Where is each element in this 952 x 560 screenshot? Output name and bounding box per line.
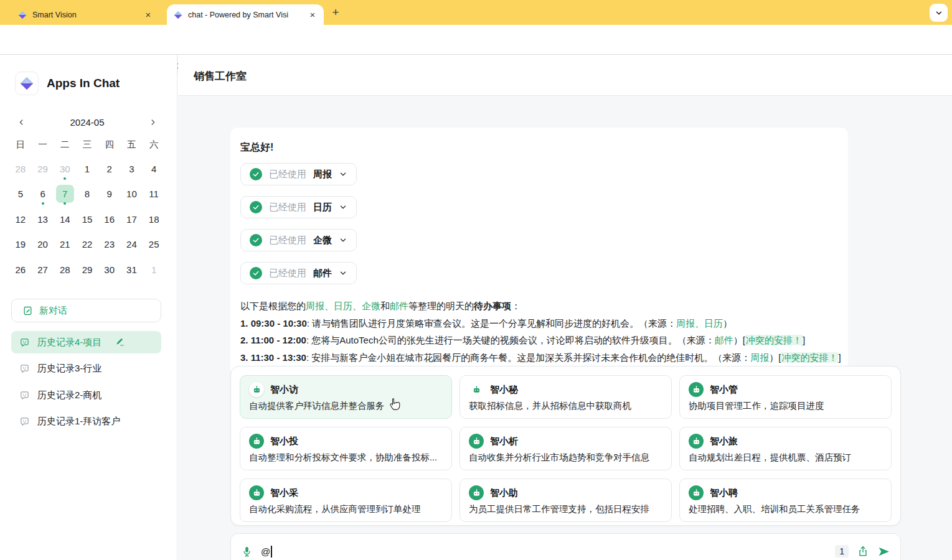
calendar-day[interactable]: 1 <box>76 156 98 182</box>
input-value: @ <box>261 546 270 557</box>
text-segment: 邮件 <box>390 301 408 311</box>
diamond-logo-icon <box>15 72 39 95</box>
calendar-day[interactable]: 13 <box>32 207 54 232</box>
tab-close-icon[interactable]: × <box>143 10 153 20</box>
day-number: 30 <box>100 261 118 279</box>
next-month-icon[interactable] <box>148 117 158 128</box>
upload-icon[interactable] <box>857 545 869 558</box>
used-tool-button[interactable]: 已经使用企微 <box>240 229 357 251</box>
check-circle-icon <box>250 267 262 279</box>
day-number: 16 <box>100 210 118 228</box>
tab-close-icon[interactable]: × <box>308 10 318 20</box>
prev-month-icon[interactable] <box>16 117 27 128</box>
calendar-day[interactable]: 16 <box>98 207 121 232</box>
event-dot <box>64 177 66 180</box>
calendar-day[interactable]: 17 <box>121 207 143 232</box>
tab-search-button[interactable] <box>930 4 948 22</box>
page-title: 销售工作室 <box>194 69 247 83</box>
new-chat-label: 新对话 <box>39 305 67 317</box>
history-item[interactable]: 历史记录3-行业 <box>11 358 161 380</box>
used-tool-button[interactable]: 已经使用周报 <box>240 163 357 185</box>
calendar-day[interactable]: 29 <box>32 156 54 182</box>
day-number: 19 <box>11 235 29 253</box>
mic-icon[interactable] <box>241 546 253 558</box>
calendar-day[interactable]: 5 <box>9 182 32 207</box>
text-segment: 冲突的安排！ <box>781 352 838 363</box>
used-tool-name: 邮件 <box>313 268 332 279</box>
history-list: 历史记录4-项目历史记录3-行业历史记录2-商机历史记录1-拜访客户 <box>11 331 161 437</box>
agent-description: 自动化采购流程，从供应商管理到订单处理 <box>249 503 443 515</box>
chat-bubble-icon <box>19 390 30 401</box>
used-prefix-label: 已经使用 <box>269 169 306 180</box>
chevron-down-icon <box>339 269 347 278</box>
calendar-day[interactable]: 21 <box>54 232 76 258</box>
history-item[interactable]: 历史记录4-项目 <box>11 331 161 353</box>
robot-icon <box>249 382 264 397</box>
agent-card[interactable]: 智小投自动整理和分析投标文件要求，协助准备投标... <box>240 427 452 470</box>
send-icon[interactable] <box>877 545 890 558</box>
history-item[interactable]: 历史记录2-商机 <box>11 384 161 406</box>
agent-card[interactable]: 智小访自动提供客户拜访信息并整合服务 <box>240 375 452 419</box>
agent-card[interactable]: 智小秘获取招标信息，并从招标信息中获取商机 <box>460 375 672 419</box>
calendar-day[interactable]: 22 <box>76 232 98 258</box>
tab-chat[interactable]: chat - Powered by Smart Visi × <box>167 4 324 25</box>
calendar-day[interactable]: 30 <box>98 257 121 282</box>
calendar-day[interactable]: 14 <box>54 207 76 232</box>
calendar-day[interactable]: 6 <box>32 182 54 207</box>
agent-card[interactable]: 智小采自动化采购流程，从供应商管理到订单处理 <box>240 478 452 522</box>
calendar-day[interactable]: 3 <box>121 156 143 182</box>
new-tab-icon[interactable]: + <box>329 6 342 19</box>
day-number: 28 <box>11 160 29 178</box>
robot-icon <box>469 485 484 500</box>
day-number: 2 <box>100 160 118 178</box>
calendar-day[interactable]: 30 <box>54 156 76 182</box>
message-input-bar[interactable]: @ 1 <box>230 533 901 560</box>
calendar-day[interactable]: 15 <box>76 207 98 232</box>
history-item-label: 历史记录4-项目 <box>37 337 101 348</box>
calendar-day[interactable]: 1 <box>143 257 165 282</box>
agent-card[interactable]: 智小管协助项目管理工作，追踪项目进度 <box>679 375 892 419</box>
tab-smart-vision[interactable]: Smart Vision × <box>11 4 159 25</box>
calendar-day[interactable]: 12 <box>9 207 32 232</box>
calendar-day[interactable]: 28 <box>54 257 76 282</box>
used-tool-button[interactable]: 已经使用日历 <box>240 196 357 218</box>
calendar-day[interactable]: 8 <box>76 182 98 207</box>
new-chat-button[interactable]: 新对话 <box>11 299 161 322</box>
day-number: 13 <box>34 210 52 228</box>
calendar-day[interactable]: 31 <box>121 257 143 282</box>
calendar-day[interactable]: 18 <box>143 207 165 232</box>
agent-card[interactable]: 智小助为员工提供日常工作管理支持，包括日程安排 <box>460 478 672 522</box>
calendar-day[interactable]: 26 <box>9 257 32 282</box>
calendar-day[interactable]: 9 <box>98 182 121 207</box>
agent-card-header: 智小管 <box>689 382 882 397</box>
agent-card[interactable]: 智小聘处理招聘、入职、培训和员工关系管理任务 <box>679 478 892 522</box>
chat-area: 宝总好! 已经使用周报已经使用日历已经使用企微已经使用邮件 以下是根据您的周报、… <box>178 96 952 560</box>
tab-bar: Smart Vision × chat - Powered by Smart V… <box>0 0 952 25</box>
calendar-day[interactable]: 24 <box>121 232 143 258</box>
agent-card[interactable]: 智小析自动收集并分析行业市场趋势和竞争对手信息 <box>460 427 672 470</box>
calendar-day[interactable]: 10 <box>121 182 143 207</box>
agent-card[interactable]: 智小旅自动规划出差日程，提供机票、酒店预订 <box>679 427 892 470</box>
robot-icon <box>469 382 484 397</box>
text-segment: 周报、日历、企微 <box>306 301 380 311</box>
calendar-day[interactable]: 7 <box>54 182 76 207</box>
calendar-day[interactable]: 29 <box>76 257 98 282</box>
calendar-day[interactable]: 27 <box>32 257 54 282</box>
calendar-day[interactable]: 11 <box>143 182 165 207</box>
calendar-day[interactable]: 4 <box>143 156 165 182</box>
calendar-day[interactable]: 25 <box>143 232 165 258</box>
calendar-day[interactable]: 20 <box>32 232 54 258</box>
calendar-day[interactable]: 19 <box>9 232 32 258</box>
agent-name: 智小管 <box>710 384 738 396</box>
text-segment: 周报 <box>750 352 769 363</box>
calendar-day[interactable]: 28 <box>9 156 32 182</box>
agent-name: 智小访 <box>270 384 298 396</box>
message-input[interactable]: @ <box>261 546 272 558</box>
used-tool-button[interactable]: 已经使用邮件 <box>240 262 357 284</box>
calendar-day[interactable]: 23 <box>98 232 121 258</box>
edit-pencil-icon[interactable] <box>115 337 125 347</box>
day-number: 28 <box>56 261 74 279</box>
history-item[interactable]: 历史记录1-拜访客户 <box>11 411 161 433</box>
agent-description: 协助项目管理工作，追踪项目进度 <box>689 400 882 412</box>
calendar-day[interactable]: 2 <box>98 156 121 182</box>
